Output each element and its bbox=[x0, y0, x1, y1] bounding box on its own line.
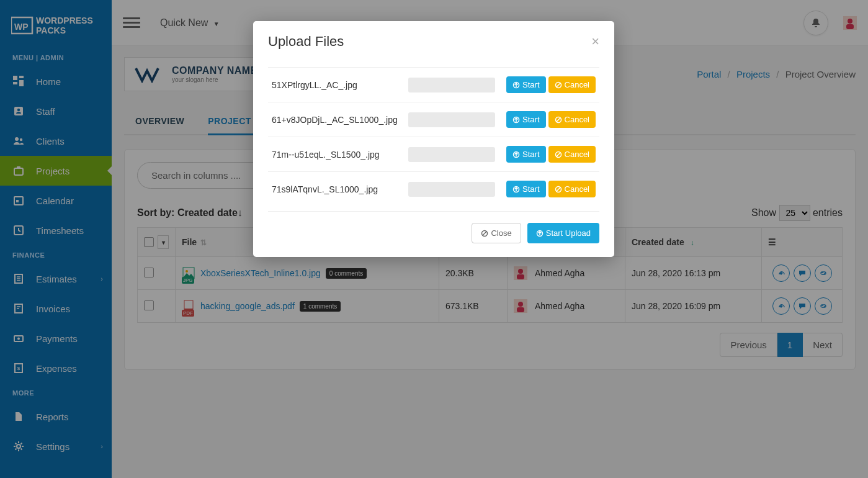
start-upload-button[interactable]: Start Upload bbox=[527, 223, 599, 243]
svg-line-45 bbox=[557, 118, 560, 122]
upload-row: 61+v8JOpDjL._AC_SL1000_.jpgStartCancel bbox=[268, 102, 599, 137]
svg-line-51 bbox=[557, 187, 560, 191]
upload-file-name: 51XPtlrgyLL._AC_.jpg bbox=[272, 80, 408, 90]
modal-close-button[interactable]: × bbox=[591, 34, 599, 50]
ban-icon bbox=[555, 151, 562, 158]
ban-icon bbox=[481, 230, 488, 237]
upload-cancel-button[interactable]: Cancel bbox=[548, 146, 596, 163]
svg-line-53 bbox=[483, 232, 486, 235]
upload-icon bbox=[536, 230, 544, 237]
upload-start-button[interactable]: Start bbox=[506, 76, 545, 93]
upload-progress-bar bbox=[408, 78, 495, 92]
upload-cancel-button[interactable]: Cancel bbox=[548, 111, 596, 128]
upload-icon bbox=[512, 186, 520, 193]
upload-file-name: 61+v8JOpDjL._AC_SL1000_.jpg bbox=[272, 115, 408, 125]
ban-icon bbox=[555, 81, 562, 89]
upload-cancel-button[interactable]: Cancel bbox=[548, 181, 596, 197]
modal-close-footer-button[interactable]: Close bbox=[472, 223, 521, 243]
ban-icon bbox=[555, 186, 562, 193]
upload-file-name: 71s9lATqnvL._SL1000_.jpg bbox=[272, 184, 408, 194]
upload-file-name: 71m--u51eqL._SL1500_.jpg bbox=[272, 150, 408, 160]
upload-icon bbox=[512, 81, 520, 89]
upload-icon bbox=[512, 116, 520, 124]
upload-start-button[interactable]: Start bbox=[506, 181, 545, 197]
upload-icon bbox=[512, 151, 520, 158]
ban-icon bbox=[555, 116, 562, 124]
svg-line-42 bbox=[557, 83, 560, 87]
modal-title: Upload Files bbox=[268, 34, 344, 50]
upload-start-button[interactable]: Start bbox=[506, 146, 545, 163]
upload-files-modal: Upload Files × 51XPtlrgyLL._AC_.jpgStart… bbox=[253, 21, 614, 257]
svg-line-48 bbox=[557, 153, 560, 156]
upload-progress-bar bbox=[408, 182, 495, 197]
upload-progress-bar bbox=[408, 147, 495, 162]
upload-start-button[interactable]: Start bbox=[506, 111, 545, 128]
upload-progress-bar bbox=[408, 112, 495, 127]
upload-row: 51XPtlrgyLL._AC_.jpgStartCancel bbox=[268, 67, 599, 102]
upload-cancel-button[interactable]: Cancel bbox=[548, 76, 596, 93]
upload-row: 71m--u51eqL._SL1500_.jpgStartCancel bbox=[268, 137, 599, 171]
upload-row: 71s9lATqnvL._SL1000_.jpgStartCancel bbox=[268, 171, 599, 206]
